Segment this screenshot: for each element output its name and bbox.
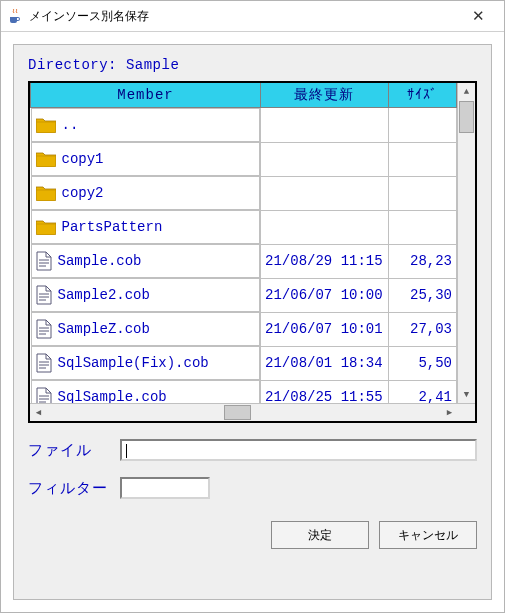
folder-icon	[36, 219, 56, 235]
cell-updated: 21/08/01 18:34	[261, 346, 389, 380]
table-row[interactable]: PartsPattern	[31, 210, 457, 244]
table-row[interactable]: Sample2.cob21/06/07 10:0025,30	[31, 278, 457, 312]
cell-name[interactable]: SqlSample.cob	[31, 380, 261, 403]
table-row[interactable]: ..	[31, 108, 457, 143]
content-frame: Directory: Sample Member	[13, 44, 492, 600]
file-table-viewport: Member 最終更新 ｻｲｽﾞ ..copy1copy2PartsPatter…	[30, 83, 457, 403]
java-cup-icon	[7, 8, 23, 24]
column-header-updated[interactable]: 最終更新	[261, 83, 389, 108]
file-label: ファイル	[28, 441, 120, 460]
cell-size: 2,41	[388, 380, 456, 403]
file-input[interactable]	[120, 439, 477, 461]
table-row[interactable]: copy1	[31, 142, 457, 176]
horizontal-scrollbar[interactable]: ◀ ▶	[30, 403, 475, 421]
cell-updated: 21/06/07 10:00	[261, 278, 389, 312]
titlebar[interactable]: メインソース別名保存 ✕	[1, 1, 504, 32]
column-header-size[interactable]: ｻｲｽﾞ	[388, 83, 456, 108]
cell-size: 27,03	[388, 312, 456, 346]
scroll-left-button[interactable]: ◀	[30, 404, 47, 421]
file-table: Member 最終更新 ｻｲｽﾞ ..copy1copy2PartsPatter…	[30, 83, 457, 403]
client-area: Directory: Sample Member	[1, 32, 504, 612]
cell-size	[388, 142, 456, 176]
horizontal-scroll-thumb[interactable]	[224, 405, 251, 420]
cell-size: 25,30	[388, 278, 456, 312]
cell-size: 28,23	[388, 244, 456, 278]
table-row[interactable]: copy2	[31, 176, 457, 210]
file-icon	[36, 285, 52, 305]
window-title: メインソース別名保存	[29, 8, 458, 25]
scroll-right-button[interactable]: ▶	[441, 404, 458, 421]
scroll-down-button[interactable]: ▼	[458, 386, 475, 403]
row-name: copy1	[62, 151, 104, 167]
cancel-button[interactable]: キャンセル	[379, 521, 477, 549]
row-name: Sample.cob	[58, 253, 142, 269]
directory-label: Directory: Sample	[28, 57, 477, 73]
cell-size	[388, 210, 456, 244]
cell-name[interactable]: Sample.cob	[31, 244, 261, 278]
cell-name[interactable]: SqlSample(Fix).cob	[31, 346, 261, 380]
cell-updated: 21/06/07 10:01	[261, 312, 389, 346]
scroll-corner	[458, 404, 475, 421]
cell-updated	[261, 210, 389, 244]
filter-label: フィルター	[28, 479, 120, 498]
cell-size	[388, 176, 456, 210]
file-icon	[36, 319, 52, 339]
scroll-up-button[interactable]: ▲	[458, 83, 475, 100]
file-icon	[36, 353, 52, 373]
row-name: PartsPattern	[62, 219, 163, 235]
cell-name[interactable]: PartsPattern	[31, 210, 261, 244]
file-row: ファイル	[28, 439, 477, 461]
close-button[interactable]: ✕	[458, 2, 498, 30]
folder-icon	[36, 151, 56, 167]
folder-icon	[36, 185, 56, 201]
table-row[interactable]: SqlSample.cob21/08/25 11:552,41	[31, 380, 457, 403]
vertical-scroll-thumb[interactable]	[459, 101, 474, 133]
file-icon	[36, 387, 52, 403]
table-row[interactable]: SampleZ.cob21/06/07 10:0127,03	[31, 312, 457, 346]
row-name: Sample2.cob	[58, 287, 150, 303]
cell-updated	[261, 142, 389, 176]
cell-name[interactable]: Sample2.cob	[31, 278, 261, 312]
row-name: SampleZ.cob	[58, 321, 150, 337]
vertical-scrollbar[interactable]: ▲ ▼	[457, 83, 475, 403]
cell-name[interactable]: ..	[31, 108, 261, 142]
cell-updated	[261, 108, 389, 143]
row-name: SqlSample.cob	[58, 389, 167, 403]
button-row: 決定 キャンセル	[28, 521, 477, 549]
caret-icon	[126, 444, 128, 458]
file-table-container: Member 最終更新 ｻｲｽﾞ ..copy1copy2PartsPatter…	[28, 81, 477, 423]
row-name: ..	[62, 117, 79, 133]
cell-updated: 21/08/25 11:55	[261, 380, 389, 403]
table-row[interactable]: SqlSample(Fix).cob21/08/01 18:345,50	[31, 346, 457, 380]
cell-name[interactable]: copy2	[31, 176, 261, 210]
cell-updated	[261, 176, 389, 210]
cell-size: 5,50	[388, 346, 456, 380]
row-name: SqlSample(Fix).cob	[58, 355, 209, 371]
folder-icon	[36, 117, 56, 133]
ok-button[interactable]: 決定	[271, 521, 369, 549]
filter-input[interactable]	[120, 477, 210, 499]
column-header-member[interactable]: Member	[31, 83, 261, 108]
filter-row: フィルター	[28, 477, 477, 499]
cell-name[interactable]: SampleZ.cob	[31, 312, 261, 346]
horizontal-scroll-track[interactable]	[47, 404, 441, 421]
dialog-window: メインソース別名保存 ✕ Directory: Sample	[0, 0, 505, 613]
table-row[interactable]: Sample.cob21/08/29 11:1528,23	[31, 244, 457, 278]
cell-size	[388, 108, 456, 143]
file-icon	[36, 251, 52, 271]
cell-name[interactable]: copy1	[31, 142, 261, 176]
cell-updated: 21/08/29 11:15	[261, 244, 389, 278]
row-name: copy2	[62, 185, 104, 201]
